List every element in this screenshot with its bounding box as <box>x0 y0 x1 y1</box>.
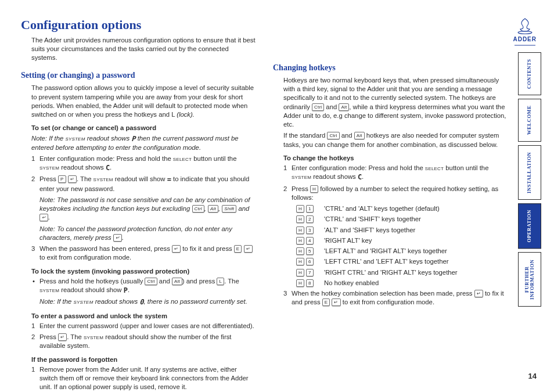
key-p: P <box>58 175 66 183</box>
heading-password: Setting (or changing) a password <box>21 70 256 81</box>
steps-unlock: 1Enter the current password (upper and l… <box>31 322 256 351</box>
subhead-change-hotkeys: To change the hotkeys <box>283 154 508 163</box>
hotkey-option: H7'RIGHT CTRL' and 'RIGHT ALT' keys toge… <box>296 268 508 277</box>
subhead-forgotten: If the password is forgotten <box>31 355 256 364</box>
hotkeys-intro: Hotkeys are two normal keyboard keys tha… <box>283 76 508 130</box>
key-enter: ↵ <box>68 175 77 183</box>
subhead-unlock: To enter a password and unlock the syste… <box>31 312 256 321</box>
note-password-mode: Note: If the system readout shows P then… <box>31 134 256 152</box>
bullets-lock: Press and hold the hotkeys (usually Ctrl… <box>31 277 256 295</box>
steps-change-hotkeys-cont: 3 When the hotkey combination selection … <box>283 289 508 307</box>
page-number: 14 <box>528 371 537 382</box>
heading-hotkeys: Changing hotkeys <box>273 63 508 74</box>
note-cancel-password: Note: To cancel the password protection … <box>39 225 256 243</box>
hotkey-option: H5'LEFT ALT' and 'RIGHT ALT' keys togeth… <box>296 247 508 256</box>
brand-logo: ADDER <box>513 17 537 46</box>
right-column: Changing hotkeys Hotkeys are two normal … <box>273 16 508 392</box>
steps-set-password: 1 Enter configuration mode: Press and ho… <box>31 154 256 193</box>
hotkeys-intro2: If the standard Ctrl and Alt hotkeys are… <box>283 131 508 149</box>
password-intro: The password option allows you to quickl… <box>31 84 256 119</box>
brand-name: ADDER <box>513 35 537 44</box>
hotkey-option: H4'RIGHT ALT' key <box>296 236 508 245</box>
page-columns: Configuration options The Adder unit pro… <box>0 0 554 392</box>
side-nav: CONTENTS WELCOME INSTALLATION OPERATION … <box>518 52 541 307</box>
left-column: Configuration options The Adder unit pro… <box>21 16 256 392</box>
nav-operation[interactable]: OPERATION <box>518 203 541 249</box>
steps-change-hotkeys: 1 Enter configuration mode: Press and ho… <box>283 164 508 202</box>
hotkey-options-table: H1'CTRL' and 'ALT' keys together (defaul… <box>296 204 508 287</box>
steps-forgotten: 1Remove power from the Adder unit. If an… <box>31 365 256 392</box>
page-title: Configuration options <box>21 16 256 34</box>
subhead-lock-system: To lock the system (invoking password pr… <box>31 267 256 276</box>
subhead-set-password: To set (or change or cancel) a password <box>31 124 256 132</box>
note-not-case-sensitive: Note: The password is not case sensitive… <box>39 196 256 222</box>
nav-contents[interactable]: CONTENTS <box>518 52 541 95</box>
hotkey-option: H3'ALT' and 'SHIFT' keys together <box>296 226 508 235</box>
note-no-password-set: Note: If the system readout shows 0, the… <box>39 297 256 307</box>
nav-welcome[interactable]: WELCOME <box>518 99 541 142</box>
nav-installation[interactable]: INSTALLATION <box>518 145 541 200</box>
adder-snake-icon <box>515 17 535 35</box>
hotkey-option: H6'LEFT CTRL' and 'LEFT ALT' keys togeth… <box>296 257 508 266</box>
steps-set-password-cont: 3 When the password has been entered, pr… <box>31 244 256 262</box>
hotkey-option: H2'CTRL' and 'SHIFT' keys together <box>296 215 508 224</box>
nav-further-information[interactable]: FURTHER INFORMATION <box>518 252 541 307</box>
hotkey-option: H8No hotkey enabled <box>296 279 508 287</box>
intro-paragraph: The Adder unit provides numerous configu… <box>31 36 256 63</box>
hotkey-option: H1'CTRL' and 'ALT' keys together (defaul… <box>296 204 508 213</box>
